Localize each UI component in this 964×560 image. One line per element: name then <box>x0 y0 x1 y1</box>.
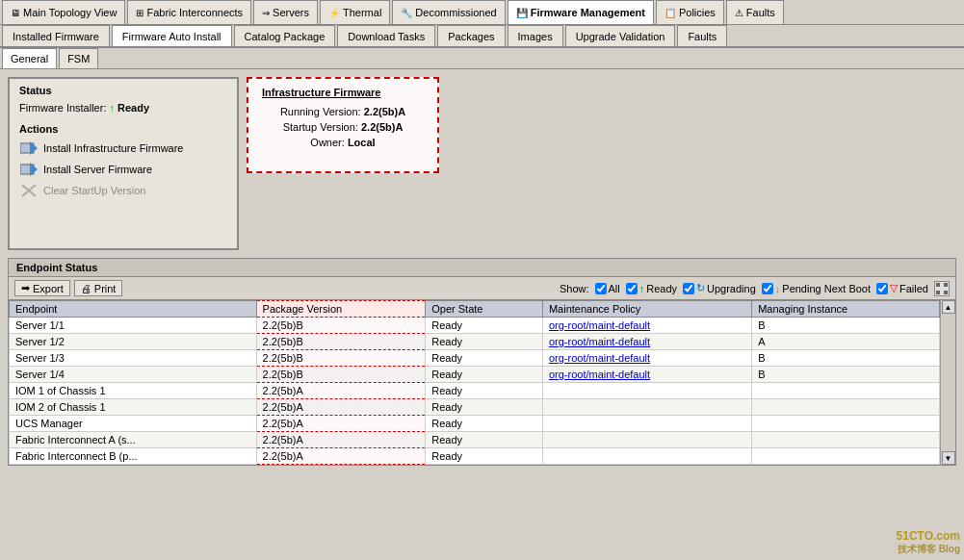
tab-images[interactable]: Images <box>508 25 563 46</box>
firmware-status-row: Firmware Installer: ↑ Ready <box>19 102 227 114</box>
endpoint-toolbar: ➡ Export 🖨 Print Show: All ↑ Ready <box>9 277 955 300</box>
checkbox-all-label: All <box>609 283 620 294</box>
checkbox-upgrading: ↻ Upgrading <box>683 282 756 294</box>
cell-endpoint: Fabric Interconnect B (p... <box>10 448 257 465</box>
cell-endpoint: Server 1/2 <box>10 334 257 350</box>
nav-tab-servers[interactable]: ⇒ Servers <box>253 0 318 24</box>
checkbox-upgrading-label: Upgrading <box>707 283 756 294</box>
export-button[interactable]: ➡ Export <box>14 280 70 296</box>
cell-managing-instance: A <box>752 334 940 350</box>
checkbox-ready: ↑ Ready <box>626 283 677 294</box>
cell-package-version: 2.2(5b)B <box>256 334 426 350</box>
status-panel: Status Firmware Installer: ↑ Ready Actio… <box>8 77 239 250</box>
endpoint-status-section: Endpoint Status ➡ Export 🖨 Print Show: A… <box>8 258 956 466</box>
checkbox-upgrading-input[interactable] <box>683 283 694 294</box>
checkbox-all-input[interactable] <box>595 283 607 294</box>
cell-maintenance-policy: org-root/maint-default <box>542 318 751 334</box>
cell-oper-state: Ready <box>426 432 543 448</box>
table-row: Server 1/42.2(5b)BReadyorg-root/maint-de… <box>10 367 940 383</box>
tab-installed-firmware[interactable]: Installed Firmware <box>2 25 110 46</box>
maintenance-policy-link[interactable]: org-root/maint-default <box>549 369 650 380</box>
table-row: Fabric Interconnect B (p...2.2(5b)AReady <box>10 448 940 465</box>
cell-package-version: 2.2(5b)B <box>256 367 426 383</box>
nav-tab-thermal[interactable]: ⚡ Thermal <box>320 0 390 24</box>
svg-rect-8 <box>936 291 940 294</box>
running-version-value: 2.2(5b)A <box>364 106 405 117</box>
fabric-icon: ⊞ <box>136 8 143 18</box>
install-infrastructure-btn[interactable]: Install Infrastructure Firmware <box>19 140 227 156</box>
cell-oper-state: Ready <box>426 399 543 416</box>
upgrading-icon: ↻ <box>696 282 705 294</box>
actions-section: Actions Install Infrastructure Firmware <box>19 123 227 198</box>
svg-rect-9 <box>944 291 948 294</box>
checkbox-pending: ↓ Pending Next Boot <box>762 283 871 294</box>
table-row: IOM 1 of Chassis 12.2(5b)AReady <box>10 383 940 399</box>
owner-row: Owner: Local <box>262 137 424 148</box>
col-maintenance-policy: Maintenance Policy <box>542 301 751 318</box>
decommissioned-icon: 🔧 <box>401 8 412 18</box>
top-nav-bar: 🖥 Main Topology View ⊞ Fabric Interconne… <box>0 0 964 25</box>
cell-endpoint: Server 1/4 <box>10 367 257 383</box>
checkbox-pending-input[interactable] <box>762 283 773 294</box>
nav-tab-policies[interactable]: 📋 Policies <box>656 0 724 24</box>
top-panels-row: Status Firmware Installer: ↑ Ready Actio… <box>8 77 956 250</box>
nav-tab-decommissioned[interactable]: 🔧 Decommissioned <box>392 0 505 24</box>
cell-maintenance-policy: org-root/maint-default <box>542 334 751 350</box>
nav-tab-firmware-management[interactable]: 💾 Firmware Management <box>508 0 654 24</box>
export-icon: ➡ <box>21 282 30 294</box>
cell-maintenance-policy <box>542 399 751 416</box>
cell-oper-state: Ready <box>426 350 543 367</box>
table-row: Server 1/22.2(5b)BReadyorg-root/maint-de… <box>10 334 940 350</box>
cell-package-version: 2.2(5b)A <box>256 383 426 399</box>
endpoint-table: Endpoint Package Version Oper State Main… <box>9 300 940 465</box>
maintenance-policy-link[interactable]: org-root/maint-default <box>549 336 650 347</box>
cell-endpoint: Fabric Interconnect A (s... <box>10 432 257 448</box>
cell-managing-instance <box>752 432 940 448</box>
clear-startup-icon <box>19 183 39 198</box>
cell-managing-instance <box>752 416 940 432</box>
tab-faults-second[interactable]: Faults <box>677 25 727 46</box>
resize-handle[interactable] <box>934 281 950 296</box>
tab-upgrade-validation[interactable]: Upgrade Validation <box>565 25 676 46</box>
policies-icon: 📋 <box>664 8 676 18</box>
endpoint-table-body: Server 1/12.2(5b)BReadyorg-root/maint-de… <box>10 318 940 465</box>
tab-packages[interactable]: Packages <box>437 25 505 46</box>
col-managing-instance: Managing Instance <box>752 301 940 318</box>
tab-download-tasks[interactable]: Download Tasks <box>337 25 435 46</box>
show-label: Show: <box>560 283 589 294</box>
checkbox-failed-input[interactable] <box>876 283 888 294</box>
startup-version-row: Startup Version: 2.2(5b)A <box>262 121 424 133</box>
actions-title: Actions <box>19 123 227 135</box>
cell-maintenance-policy <box>542 416 751 432</box>
tab-general[interactable]: General <box>2 48 57 68</box>
thermal-icon: ⚡ <box>328 8 340 18</box>
nav-tab-fabric-interconnects[interactable]: ⊞ Fabric Interconnects <box>127 0 251 24</box>
maintenance-policy-link[interactable]: org-root/maint-default <box>549 352 650 364</box>
checkbox-pending-label: Pending Next Boot <box>782 283 871 294</box>
tab-fsm[interactable]: FSM <box>59 48 98 68</box>
cell-endpoint: IOM 1 of Chassis 1 <box>10 383 257 399</box>
cell-managing-instance <box>752 383 940 399</box>
maintenance-policy-link[interactable]: org-root/maint-default <box>549 319 650 331</box>
cell-oper-state: Ready <box>426 367 543 383</box>
main-topology-icon: 🖥 <box>11 8 20 18</box>
tab-firmware-auto-install[interactable]: Firmware Auto Install <box>112 25 232 46</box>
cell-managing-instance: B <box>752 367 940 383</box>
faults-icon: ⚠ <box>735 8 743 18</box>
infra-panel-title: Infrastructure Firmware <box>262 87 424 98</box>
print-button[interactable]: 🖨 Print <box>74 280 123 296</box>
nav-tab-faults[interactable]: ⚠ Faults <box>726 0 784 24</box>
install-server-firmware-btn[interactable]: Install Server Firmware <box>19 162 227 177</box>
checkbox-ready-label: Ready <box>646 283 677 294</box>
ready-state-icon: ↑ <box>639 283 645 294</box>
infra-firmware-panel: Infrastructure Firmware Running Version:… <box>247 77 439 173</box>
nav-tab-main-topology[interactable]: 🖥 Main Topology View <box>2 0 125 24</box>
col-oper-state: Oper State <box>426 301 543 318</box>
vertical-scrollbar[interactable]: ▲ ▼ <box>940 300 955 465</box>
firmware-installer-label: Firmware Installer: <box>19 102 106 114</box>
scroll-up-button[interactable]: ▲ <box>942 300 955 314</box>
checkbox-ready-input[interactable] <box>626 283 638 294</box>
scroll-down-button[interactable]: ▼ <box>942 451 955 465</box>
tab-catalog-package[interactable]: Catalog Package <box>234 25 336 46</box>
failed-icon: ▽ <box>890 282 898 294</box>
